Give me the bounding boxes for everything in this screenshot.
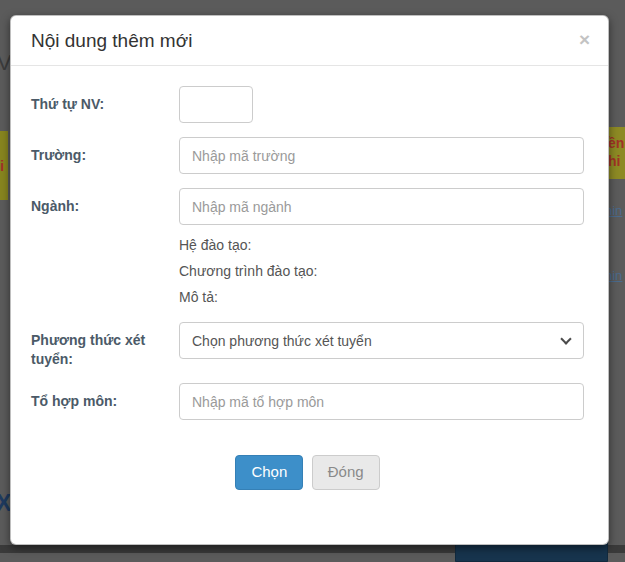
background-highlight-right: ền hi bbox=[608, 127, 625, 179]
to-hop-input[interactable] bbox=[179, 383, 584, 420]
close-icon[interactable]: × bbox=[579, 30, 590, 49]
form-row-to-hop: Tổ hợp môn: bbox=[31, 383, 584, 420]
background-highlight-left-text: i bbox=[0, 157, 4, 174]
nganh-input[interactable] bbox=[179, 188, 584, 225]
phuong-thuc-select[interactable]: Chọn phương thức xét tuyển bbox=[179, 322, 584, 359]
truong-control-area bbox=[179, 137, 584, 174]
dong-button[interactable]: Đóng bbox=[312, 455, 380, 490]
mo-ta-label: Mô tả: bbox=[179, 284, 584, 310]
chon-button[interactable]: Chọn bbox=[235, 455, 303, 490]
modal-footer: Chọn Đóng bbox=[31, 455, 584, 490]
phuong-thuc-label: Phương thức xét tuyển: bbox=[31, 322, 179, 369]
form-row-nganh: Ngành: bbox=[31, 188, 584, 225]
background-highlight-left: i bbox=[0, 131, 8, 200]
truong-label: Trường: bbox=[31, 137, 179, 174]
background-highlight-right-line1: ền bbox=[608, 134, 625, 152]
truong-input[interactable] bbox=[179, 137, 584, 174]
nganh-control-area bbox=[179, 188, 584, 225]
phuong-thuc-select-wrap: Chọn phương thức xét tuyển bbox=[179, 322, 584, 369]
to-hop-control-area bbox=[179, 383, 584, 420]
thu-tu-control-area bbox=[179, 86, 584, 123]
add-new-modal: Nội dung thêm mới × Thứ tự NV: Trường: N… bbox=[10, 15, 609, 545]
nganh-label: Ngành: bbox=[31, 188, 179, 225]
chuong-trinh-dao-tao-label: Chương trình đào tạo: bbox=[179, 258, 584, 284]
nganh-info-lines: Hệ đào tạo: Chương trình đào tạo: Mô tả: bbox=[179, 232, 584, 310]
he-dao-tao-label: Hệ đào tạo: bbox=[179, 232, 584, 258]
form-row-phuong-thuc: Phương thức xét tuyển: Chọn phương thức … bbox=[31, 322, 584, 369]
modal-header: Nội dung thêm mới × bbox=[11, 16, 608, 66]
thu-tu-label: Thứ tự NV: bbox=[31, 86, 179, 123]
to-hop-label: Tổ hợp môn: bbox=[31, 383, 179, 420]
form-row-truong: Trường: bbox=[31, 137, 584, 174]
background-highlight-right-line2: hi bbox=[608, 152, 625, 170]
modal-body: Thứ tự NV: Trường: Ngành: Hệ đào tạo: Ch… bbox=[11, 66, 608, 490]
thu-tu-input[interactable] bbox=[179, 86, 253, 123]
modal-title: Nội dung thêm mới bbox=[31, 30, 588, 52]
form-row-thu-tu: Thứ tự NV: bbox=[31, 86, 584, 123]
